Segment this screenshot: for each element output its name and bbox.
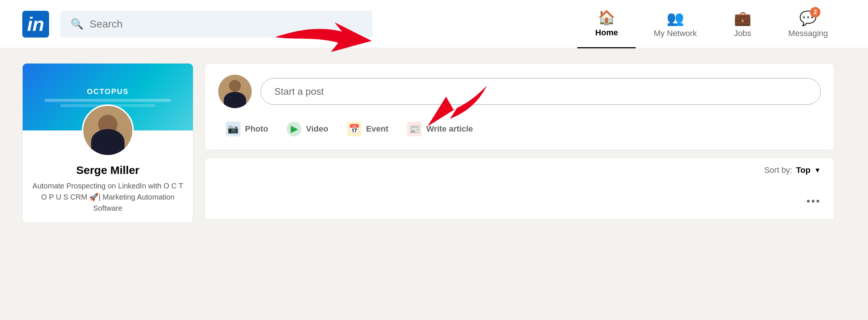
profile-avatar[interactable] [82, 104, 134, 156]
sort-label: Sort by: [764, 165, 793, 175]
nav-label-messaging: Messaging [788, 29, 828, 38]
article-label: Write article [426, 124, 473, 134]
nav-item-messaging[interactable]: 💬 2 Messaging [771, 0, 846, 48]
messaging-icon: 💬 2 [799, 10, 817, 26]
composer-avatar-body [224, 92, 246, 108]
profile-tagline: Automate Prospecting on LinkedIn with O … [23, 180, 193, 223]
profile-name: Serge Miller [23, 164, 193, 180]
search-input[interactable] [90, 18, 362, 30]
sort-value: Top [796, 165, 810, 175]
composer-top: Start a post [218, 75, 821, 108]
composer-avatar [218, 75, 252, 108]
nav-label-jobs: Jobs [734, 29, 751, 38]
photo-icon: 📷 [226, 122, 241, 136]
nav-label-my-network: My Network [654, 29, 697, 38]
composer-actions: 📷 Photo ▶ Video 📅 Event 📰 Write article [218, 117, 821, 141]
nav-item-jobs[interactable]: 💼 Jobs [715, 0, 771, 48]
avatar-body [91, 129, 125, 155]
post-composer: Start a post 📷 Photo ▶ Video 📅 Event [204, 63, 835, 150]
event-label: Event [366, 124, 388, 134]
event-button[interactable]: 📅 Event [339, 117, 396, 141]
video-icon: ▶ [287, 122, 301, 136]
nav-item-home[interactable]: 🏠 Home [577, 0, 636, 48]
profile-card: OCTOPUS Serge Miller Automate Prospect [22, 63, 193, 223]
home-icon: 🏠 [598, 9, 615, 26]
jobs-icon: 💼 [734, 10, 751, 26]
write-article-button[interactable]: 📰 Write article [400, 117, 481, 141]
video-button[interactable]: ▶ Video [279, 117, 336, 141]
avatar-person [83, 106, 132, 155]
linkedin-logo[interactable]: in [22, 11, 49, 38]
search-bar: 🔍 [60, 11, 372, 38]
photo-label: Photo [245, 124, 268, 134]
linkedin-logo-text: in [27, 14, 44, 34]
nav-label-home: Home [595, 28, 618, 38]
network-icon: 👥 [667, 10, 684, 26]
search-icon: 🔍 [71, 18, 84, 30]
more-options-button[interactable]: ••• [807, 195, 821, 207]
sort-bar: Sort by: Top ▼ [204, 158, 835, 182]
header: in 🔍 🏠 Home 👥 My Network 💼 Jobs 💬 2 Mess… [0, 0, 868, 48]
nav-item-my-network[interactable]: 👥 My Network [636, 0, 714, 48]
messaging-badge: 2 [810, 7, 820, 17]
photo-button[interactable]: 📷 Photo [218, 117, 275, 141]
composer-avatar-head [229, 80, 241, 92]
start-post-button[interactable]: Start a post [261, 78, 821, 105]
main-nav: 🏠 Home 👥 My Network 💼 Jobs 💬 2 Messaging [577, 0, 846, 48]
banner-brand: OCTOPUS [87, 87, 129, 96]
article-icon: 📰 [407, 122, 422, 136]
banner-decoration-1 [45, 99, 171, 102]
video-label: Video [306, 124, 328, 134]
event-icon: 📅 [347, 122, 362, 136]
center-feed: Start a post 📷 Photo ▶ Video 📅 Event [204, 63, 835, 223]
sort-dropdown-icon[interactable]: ▼ [814, 167, 821, 174]
feed-card: ••• [204, 182, 835, 220]
main-content: OCTOPUS Serge Miller Automate Prospect [0, 48, 868, 238]
left-sidebar: OCTOPUS Serge Miller Automate Prospect [22, 63, 193, 223]
